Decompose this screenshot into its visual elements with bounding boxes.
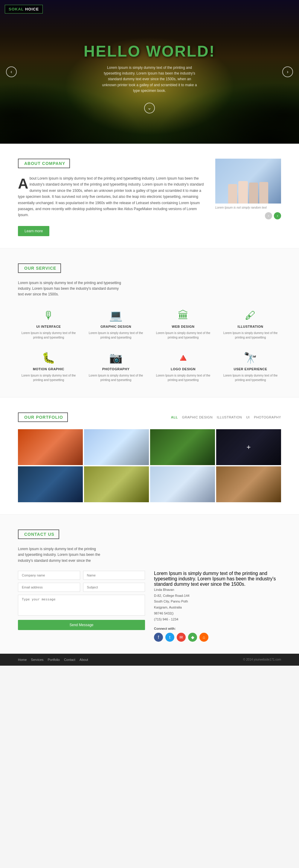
footer-nav-services[interactable]: Services [31, 658, 43, 661]
about-team-people [228, 181, 268, 204]
user-experience-icon: 🔭 [223, 352, 278, 364]
service-web-design: 🏛 WEB DESIGN Lorem Ipsum is simply dummy… [153, 306, 214, 343]
illustration-icon: 🖋 [223, 309, 278, 322]
ui-interface-title: UI INTERFACE [21, 325, 76, 328]
user-experience-title: USER EXPERIENCE [223, 367, 278, 371]
hero-scroll-button[interactable]: ⌄ [144, 103, 155, 114]
footer-nav-home[interactable]: Home [18, 658, 27, 661]
about-img-next-button[interactable]: › [274, 212, 281, 219]
contact-form-column: Send Message [18, 571, 145, 642]
main-content: ABOUT COMPANY A bout Lorem Ipsum is simp… [0, 144, 299, 666]
filter-ui[interactable]: UI [246, 415, 250, 419]
hero-prev-button[interactable]: ‹ [6, 66, 17, 77]
rss-icon[interactable]: ⌂ [199, 633, 208, 642]
address-phone2: (715) 946 - 1234 [154, 617, 281, 623]
motion-graphic-desc: Lorem Ipsum is simply dummy text of the … [21, 373, 76, 382]
about-section-header: ABOUT COMPANY [18, 159, 206, 168]
portfolio-label-green: PORTFOLIO [36, 415, 63, 420]
about-section: ABOUT COMPANY A bout Lorem Ipsum is simp… [0, 144, 299, 248]
logo-brand1: SOKAL [9, 7, 24, 11]
service-illustration: 🖋 ILLUSTRATION Lorem Ipsum is simply dum… [220, 306, 281, 343]
portfolio-item-3[interactable]: + [150, 429, 215, 465]
photography-title: PHOTOGRAPHY [88, 367, 143, 371]
name-input[interactable] [83, 571, 145, 580]
about-image-nav: ‹ › [215, 212, 281, 219]
hero-section: SOKAL HOICE ‹ › HELLO WORLD! Lorem Ipsum… [0, 0, 299, 144]
footer-nav-portfolio[interactable]: Portfolio [48, 658, 60, 661]
address-line2: South City, Pannu Poth [154, 599, 281, 604]
about-body-text: bout Lorem Ipsum is simply dummy text of… [18, 176, 204, 217]
contact-form-second-row [18, 583, 145, 592]
portfolio-item-1[interactable]: + [18, 429, 83, 465]
web-design-icon: 🏛 [156, 309, 211, 322]
send-message-button[interactable]: Send Message [18, 620, 145, 630]
portfolio-label: OUR [24, 415, 34, 420]
hero-title-green: WORLD! [146, 42, 215, 60]
about-img-prev-button[interactable]: ‹ [265, 212, 272, 219]
address-name: Linda Bhavan [154, 587, 281, 593]
hero-content: HELLO WORLD! Lorem Ipsum is simply dummy… [84, 42, 215, 114]
about-label-green: COMPANY [42, 161, 65, 166]
portfolio-item-2[interactable]: + [84, 429, 149, 465]
about-drop-cap: A [18, 177, 28, 191]
contact-label-green: US [48, 532, 54, 537]
logo: SOKAL HOICE [5, 5, 43, 13]
logo-design-icon: 🔺 [156, 352, 211, 364]
facebook-icon[interactable]: f [154, 633, 163, 642]
footer: Home Services Portfolio Contact About © … [0, 654, 299, 666]
hero-title-plain: HELLO [84, 42, 146, 60]
about-body: A bout Lorem Ipsum is simply dummy text … [18, 176, 206, 218]
filter-illustration[interactable]: ILLUSTRATION [217, 415, 242, 419]
social-icons: f t ✉ ◆ ⌂ [154, 633, 281, 642]
portfolio-item-8[interactable]: + [216, 466, 281, 502]
email-icon[interactable]: ✉ [177, 633, 186, 642]
footer-navigation: Home Services Portfolio Contact About [18, 658, 88, 661]
service-ui-interface: 🎙 UI INTERFACE Lorem Ipsum is simply dum… [18, 306, 79, 343]
portfolio-item-7[interactable]: + [150, 466, 215, 502]
footer-copyright: © 2014 yourwebsite171.com [243, 658, 281, 661]
illustration-desc: Lorem Ipsum is simply dummy text of the … [223, 331, 278, 340]
about-image-column: Lorem Ipsum is not simply random text ‹ … [215, 159, 281, 236]
portfolio-item-4[interactable]: + [216, 429, 281, 465]
company-name-input[interactable] [18, 571, 80, 580]
about-label: ABOUT [24, 161, 41, 166]
services-section: OUR SERVICE Lorem ipsum is simply dummy … [0, 248, 299, 398]
connect-label: Connect with: [154, 627, 281, 630]
footer-nav-contact[interactable]: Contact [64, 658, 75, 661]
contact-info-column: Lorem Ipsum is simply dummy text of the … [154, 571, 281, 642]
footer-nav-about[interactable]: About [79, 658, 88, 661]
subject-input[interactable] [83, 583, 145, 592]
hero-next-button[interactable]: › [282, 66, 293, 77]
twitter-icon[interactable]: t [165, 633, 174, 642]
web-design-desc: Lorem Ipsum is simply dummy text of the … [156, 331, 211, 340]
contact-intro: Lorem Ipsum is simply dummy text of the … [18, 546, 102, 564]
motion-graphic-icon: 🐛 [21, 352, 76, 364]
service-logo-design: 🔺 LOGO DESIGN Lorem Ipsum is simply dumm… [153, 349, 214, 385]
motion-graphic-title: MOTION GRAPHIC [21, 367, 76, 371]
contact-info-text: Lorem Ipsum is simply dummy text of the … [154, 571, 281, 587]
filter-all[interactable]: ALL [171, 415, 178, 419]
portfolio-section: OUR PORTFOLIO ALL GRAPHIC DESIGN ILLUSTR… [0, 398, 299, 514]
learn-more-button[interactable]: Learn more [18, 226, 49, 236]
social-green-icon[interactable]: ◆ [188, 633, 197, 642]
contact-form-top-row [18, 571, 145, 580]
user-experience-desc: Lorem Ipsum is simply dummy text of the … [223, 373, 278, 382]
photography-desc: Lorem Ipsum is simply dummy text of the … [88, 373, 143, 382]
contact-section-header: CONTACT US [18, 529, 281, 539]
services-section-header: OUR SERVICE [18, 264, 281, 273]
about-team-image [215, 159, 281, 204]
portfolio-item-5[interactable]: + [18, 466, 83, 502]
portfolio-grid: + + + + + + + + [18, 429, 281, 502]
email-input[interactable] [18, 583, 80, 592]
illustration-title: ILLUSTRATION [223, 325, 278, 328]
services-label-green: SERVICE [36, 266, 56, 271]
address-line3: Karjgram, Australia [154, 604, 281, 611]
address-phone1: 98746 5432() [154, 611, 281, 617]
logo-design-title: LOGO DESIGN [156, 367, 211, 371]
about-image-caption: Lorem Ipsum is not simply random text [215, 206, 281, 209]
filter-graphic[interactable]: GRAPHIC DESIGN [182, 415, 212, 419]
photography-icon: 📷 [88, 352, 143, 364]
filter-photography[interactable]: PHOTOGRAPHY [254, 415, 281, 419]
message-textarea[interactable] [18, 595, 145, 616]
portfolio-item-6[interactable]: + [84, 466, 149, 502]
